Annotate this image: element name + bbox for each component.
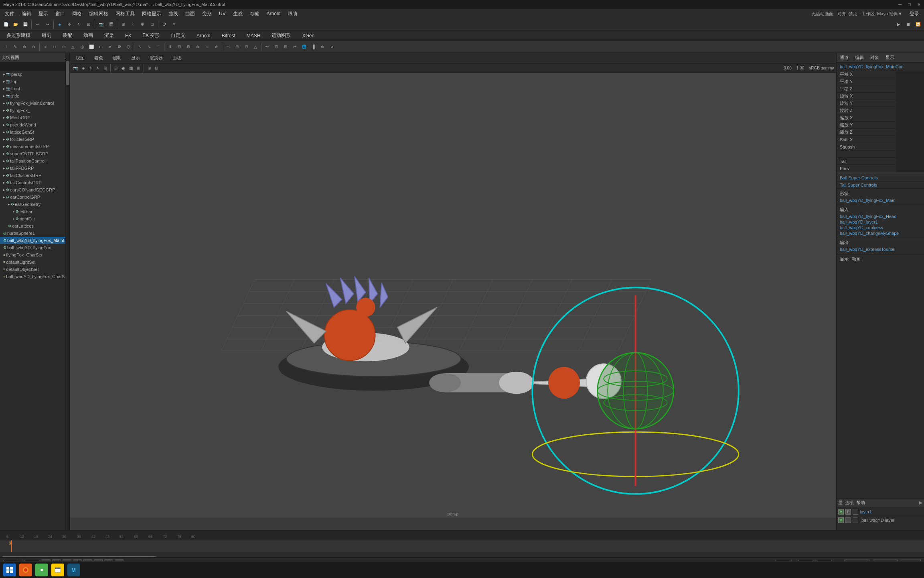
pipe-icon[interactable]: ⊏ <box>96 43 105 51</box>
outliner-supercntrlsgrp[interactable]: ▸⚙superCNTRLSGRP <box>0 150 69 157</box>
channel-squash[interactable]: Squash <box>837 143 924 151</box>
lasso-tool[interactable]: ⌇ <box>2 43 10 51</box>
layer-vis-check[interactable]: V <box>838 517 844 523</box>
outliner-tailpositioncontrol[interactable]: ▸⚙tailPositionControl <box>0 157 69 165</box>
menu-uv[interactable]: UV <box>216 10 229 17</box>
snap-curve-icon[interactable]: ⌇ <box>128 20 137 29</box>
outliner-search-input[interactable] <box>2 64 68 69</box>
rotate-icon[interactable]: ↻ <box>75 20 83 29</box>
stop-icon[interactable]: ⏹ <box>904 20 913 29</box>
outliner-side[interactable]: ▸📷side <box>0 92 69 100</box>
help-label[interactable]: 帮助 <box>856 500 865 506</box>
menu-generate[interactable]: 生成 <box>230 10 246 18</box>
tab-mash[interactable]: MASH <box>242 32 265 39</box>
outliner-front[interactable]: ▸📷front <box>0 85 69 92</box>
polygon-tool[interactable]: ⬡ <box>124 43 133 51</box>
outliner-meshgrp[interactable]: ▸⚙MeshGRP <box>0 114 69 121</box>
vp-tab-view[interactable]: 视图 <box>73 54 87 62</box>
vp-grid-icon[interactable]: ⊞ <box>146 65 152 71</box>
tab-render[interactable]: 渲染 <box>99 31 119 40</box>
vp-wireframe-icon[interactable]: ⊟ <box>113 65 119 71</box>
input-item-1[interactable]: ball_wbqYD_layer1 <box>840 219 921 225</box>
taskbar-maya[interactable]: M <box>67 564 80 576</box>
animate-btn[interactable]: 动画 <box>852 256 861 262</box>
minimize-btn[interactable]: ─ <box>899 2 902 7</box>
taskbar-windows[interactable] <box>3 564 16 576</box>
channel-rotate-z[interactable]: 旋转 Z <box>837 107 924 114</box>
outliner-top[interactable]: ▸📷top <box>0 78 69 85</box>
bezier-icon[interactable]: ⌒ <box>154 43 163 51</box>
tab-bifrost[interactable]: Bifrost <box>217 32 240 39</box>
outliner-flyingfox[interactable]: ▸⚙flyingFox_ <box>0 107 69 114</box>
play-icon[interactable]: ▶ <box>894 20 903 29</box>
viewport-canvas[interactable]: Y X Z persp <box>70 73 836 518</box>
outliner-ball-maincontrol[interactable]: ⚙ball_wbqYD_flyingFox_MainControl <box>0 237 69 244</box>
ep-curve-icon[interactable]: ∿ <box>145 43 154 51</box>
channel-scale-y[interactable]: 缩放 Y <box>837 122 924 129</box>
separate-icon[interactable]: ⊟ <box>242 43 251 51</box>
timeline-track[interactable]: 9 <box>0 540 924 552</box>
tab-motion[interactable]: 运动图形 <box>267 31 296 40</box>
save-scene-icon[interactable]: 💾 <box>21 20 30 29</box>
taskbar-explorer[interactable] <box>51 564 64 576</box>
multi-cut-icon[interactable]: ⊕ <box>318 43 327 51</box>
tab-fx-deform[interactable]: FX 变形 <box>138 31 164 40</box>
close-btn[interactable]: ✕ <box>917 2 921 7</box>
sculpt-tool[interactable]: ⊛ <box>20 43 29 51</box>
menu-edit[interactable]: 编辑 <box>18 10 34 18</box>
layer-p-btn[interactable]: P <box>845 509 851 515</box>
channel-rotate-x[interactable]: 旋转 X <box>837 93 924 100</box>
output-item-0[interactable]: ball_wbqYD_expressToursel <box>840 246 921 252</box>
outliner-tailffdgrp[interactable]: ▸⚙tailFFDGRP <box>0 165 69 172</box>
layer-v-btn[interactable]: V <box>838 509 844 515</box>
map3d-icon[interactable]: 🌐 <box>300 43 308 51</box>
channel-tail-super[interactable]: Tail Super Controls <box>837 181 924 189</box>
display-btn[interactable]: 显示 <box>840 256 849 262</box>
channels-tab[interactable]: 通道 <box>838 54 850 61</box>
outliner-flyingfox-maincontrol[interactable]: ▸⚙flyingFox_MainControl <box>0 100 69 107</box>
render-icon[interactable]: 🎬 <box>106 20 115 29</box>
redo-icon[interactable]: ↪ <box>43 20 52 29</box>
object-tab[interactable]: 对象 <box>869 54 881 61</box>
combine-icon[interactable]: ⊞ <box>233 43 241 51</box>
layer-scroll-right[interactable]: ▶ <box>919 500 922 505</box>
tab-arnold[interactable]: Arnold <box>192 32 215 39</box>
channel-tail[interactable]: Tail <box>837 158 924 165</box>
outliner-defaultlightset[interactable]: ≡defaultLightSet <box>0 258 69 266</box>
new-scene-icon[interactable]: 📄 <box>2 20 10 29</box>
menu-edit-mesh[interactable]: 编辑网格 <box>86 10 111 18</box>
menu-curves[interactable]: 曲线 <box>165 10 181 18</box>
vp-tab-shading[interactable]: 着色 <box>92 54 105 62</box>
vp-tab-renderer[interactable]: 渲染器 <box>147 54 165 62</box>
torus-icon[interactable]: ◎ <box>78 43 87 51</box>
outliner-defaultobjectset[interactable]: ≡defaultObjectSet <box>0 266 69 273</box>
bool-union-icon[interactable]: ⊕ <box>193 43 202 51</box>
move-icon[interactable]: ✛ <box>65 20 74 29</box>
extrude-icon[interactable]: ⬆ <box>166 43 174 51</box>
taskbar-firefox[interactable] <box>19 564 32 576</box>
mirror-icon[interactable]: ⊣ <box>223 43 232 51</box>
cv-curve-icon[interactable]: ∿ <box>136 43 144 51</box>
tab-xgen[interactable]: XGen <box>297 32 319 39</box>
outliner-eargeometry[interactable]: ▸⚙earGeometry <box>0 201 69 208</box>
options-label[interactable]: 选项 <box>845 500 854 506</box>
menu-display[interactable]: 显示 <box>35 10 51 18</box>
channel-translate-z[interactable]: 平移 Z <box>837 85 924 93</box>
select-icon[interactable]: ◈ <box>55 20 64 29</box>
target-weld-icon[interactable]: ⊎ <box>327 43 336 51</box>
open-scene-icon[interactable]: 📂 <box>11 20 20 29</box>
snap-view-icon[interactable]: ⊡ <box>148 20 156 29</box>
input-item-3[interactable]: ball_wbqYD_changeMyShape <box>840 230 921 236</box>
bool-inter-icon[interactable]: ⊗ <box>212 43 221 51</box>
channel-rotate-y[interactable]: 旋转 Y <box>837 100 924 107</box>
outliner-tailcontrolsgrp[interactable]: ▸⚙tailControlsGRP <box>0 179 69 186</box>
channel-scale-z[interactable]: 缩放 Z <box>837 129 924 136</box>
menu-mesh-tools[interactable]: 网格工具 <box>112 10 138 18</box>
smooth-icon[interactable]: 〜 <box>263 43 272 51</box>
menu-cache[interactable]: 存储 <box>247 10 263 18</box>
channel-scale-x[interactable]: 缩放 X <box>837 114 924 122</box>
outliner-flyingfox-charset[interactable]: ≡flyingFox_CharSet <box>0 251 69 258</box>
bridge-icon[interactable]: ⊟ <box>175 43 184 51</box>
outliner-measurementsgrp[interactable]: ▸⚙measurementsGRP <box>0 143 69 150</box>
helix-icon[interactable]: ⌀ <box>105 43 114 51</box>
